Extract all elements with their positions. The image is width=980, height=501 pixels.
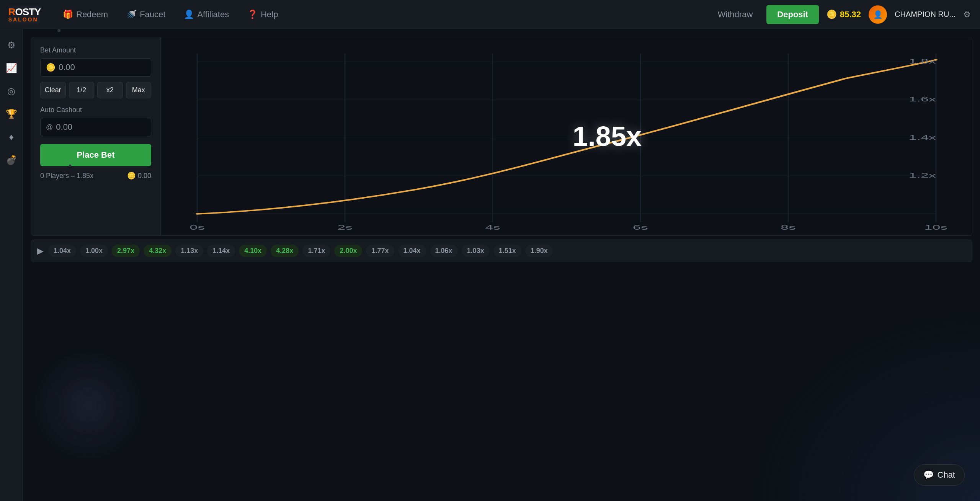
history-bar: ▶ 1.04x1.00x2.97x4.32x1.13x1.14x4.10x4.2…	[31, 240, 972, 262]
at-symbol: @	[46, 123, 53, 131]
multiplier-display: 1.85x	[573, 121, 642, 152]
history-item-15[interactable]: 1.90x	[525, 245, 553, 257]
players-amount-value: 0.00	[138, 172, 151, 180]
players-info: 0 Players – 1.85x 🪙 0.00	[40, 171, 151, 180]
sidebar-games-icon[interactable]: 💣	[3, 152, 20, 168]
svg-text:8s: 8s	[781, 224, 796, 231]
nav-affiliates[interactable]: 👤 Affiliates	[176, 6, 237, 23]
players-coin-icon: 🪙	[127, 171, 136, 180]
game-area: Bet Amount 🪙 Clear 1/2 x2 Max Auto Casho…	[31, 37, 972, 236]
svg-text:1.8x: 1.8x	[909, 57, 936, 65]
sidebar-leaderboard-icon[interactable]: 🏆	[3, 106, 20, 122]
balance-value: 85.32	[840, 10, 861, 20]
history-item-13[interactable]: 1.03x	[462, 245, 490, 257]
auto-cashout-input[interactable]	[56, 122, 145, 132]
svg-text:1.2x: 1.2x	[909, 171, 936, 179]
history-item-8[interactable]: 1.71x	[302, 245, 330, 257]
history-item-7[interactable]: 4.28x	[271, 245, 299, 257]
history-item-2[interactable]: 2.97x	[112, 245, 140, 257]
logo-top: ROSTY	[8, 7, 41, 17]
balance-display: 🪙 85.32	[826, 10, 861, 20]
logo-text: ROSTY SALOON	[8, 7, 41, 22]
faucet-icon: 🚿	[126, 10, 137, 20]
help-icon: ❓	[247, 10, 258, 20]
sidebar-trending-icon[interactable]: 📈	[3, 60, 20, 77]
svg-text:10s: 10s	[924, 224, 948, 231]
svg-text:6s: 6s	[633, 224, 648, 231]
svg-text:1.4x: 1.4x	[909, 134, 936, 141]
sidebar-vip-icon[interactable]: ♦	[3, 129, 20, 145]
history-arrow-icon[interactable]: ▶	[37, 246, 44, 256]
history-item-10[interactable]: 1.77x	[366, 245, 394, 257]
nav-redeem-label: Redeem	[76, 10, 108, 20]
auto-cashout-label: Auto Cashout	[40, 106, 151, 114]
bet-amount-label: Bet Amount	[40, 46, 151, 54]
chart-container: 1.8x 1.6x 1.4x 1.2x 0s 2s 4s 6s 8s 10s 1…	[161, 37, 972, 236]
history-item-4[interactable]: 1.13x	[175, 245, 203, 257]
auto-cashout-wrapper: @	[40, 118, 151, 136]
main-content: Bet Amount 🪙 Clear 1/2 x2 Max Auto Casho…	[23, 29, 980, 270]
deposit-button[interactable]: Deposit	[766, 5, 819, 24]
settings-icon[interactable]: ⚙	[963, 10, 971, 20]
header: ROSTY SALOON 🎁 Redeem 🚿 Faucet 👤 Affilia…	[0, 0, 980, 29]
bet-input-wrapper: 🪙	[40, 58, 151, 77]
nav-faucet[interactable]: 🚿 Faucet	[119, 6, 173, 23]
bet-panel: Bet Amount 🪙 Clear 1/2 x2 Max Auto Casho…	[31, 37, 161, 236]
svg-text:0s: 0s	[189, 224, 205, 231]
svg-text:4s: 4s	[485, 224, 500, 231]
history-item-0[interactable]: 1.04x	[48, 245, 76, 257]
history-item-3[interactable]: 4.32x	[144, 245, 172, 257]
svg-text:1.6x: 1.6x	[909, 95, 936, 103]
chat-label: Chat	[938, 470, 955, 480]
bg-decoration-1	[31, 348, 145, 463]
history-item-12[interactable]: 1.06x	[430, 245, 458, 257]
bet-coin-icon: 🪙	[46, 63, 56, 72]
nav-faucet-label: Faucet	[140, 10, 165, 20]
nav-help-label: Help	[261, 10, 278, 20]
history-item-6[interactable]: 4.10x	[239, 245, 267, 257]
logo-saloon: SALOON	[8, 17, 41, 22]
double-button[interactable]: x2	[97, 82, 123, 98]
logo-r: R	[8, 6, 15, 18]
nav-affiliates-label: Affiliates	[197, 10, 229, 20]
chat-button[interactable]: 💬 Chat	[914, 464, 965, 486]
coin-icon: 🪙	[826, 10, 837, 20]
logo-osty: OSTY	[15, 6, 41, 18]
chart-svg: 1.8x 1.6x 1.4x 1.2x 0s 2s 4s 6s 8s 10s	[161, 37, 972, 235]
history-item-9[interactable]: 2.00x	[334, 245, 362, 257]
place-bet-button[interactable]: Place Bet	[40, 144, 151, 166]
history-items: 1.04x1.00x2.97x4.32x1.13x1.14x4.10x4.28x…	[48, 245, 966, 257]
bet-amount-input[interactable]	[59, 62, 145, 72]
players-amount: 🪙 0.00	[127, 171, 151, 180]
sidebar-social-icon[interactable]: ◎	[3, 83, 20, 100]
withdraw-button[interactable]: Withdraw	[712, 6, 759, 23]
history-item-11[interactable]: 1.04x	[398, 245, 426, 257]
header-right: Withdraw Deposit 🪙 85.32 👤 CHAMPION RU..…	[712, 5, 971, 24]
nav-help[interactable]: ❓ Help	[240, 6, 286, 23]
chat-icon: 💬	[923, 470, 934, 480]
username-label[interactable]: CHAMPION RU...	[895, 10, 956, 19]
history-item-14[interactable]: 1.51x	[493, 245, 521, 257]
history-item-1[interactable]: 1.00x	[80, 245, 108, 257]
half-button[interactable]: 1/2	[69, 82, 95, 98]
redeem-icon: 🎁	[63, 10, 73, 20]
svg-text:2s: 2s	[337, 224, 353, 231]
nav-redeem[interactable]: 🎁 Redeem	[55, 6, 116, 23]
clear-button[interactable]: Clear	[40, 82, 66, 98]
sidebar: ⚙ 📈 ◎ 🏆 ♦ 💣	[0, 29, 23, 501]
history-item-5[interactable]: 1.14x	[207, 245, 235, 257]
max-button[interactable]: Max	[126, 82, 152, 98]
affiliates-icon: 👤	[184, 10, 194, 20]
logo-box: ROSTY SALOON	[9, 5, 40, 24]
avatar[interactable]: 👤	[869, 5, 887, 24]
bet-quick-buttons: Clear 1/2 x2 Max	[40, 82, 151, 98]
players-text: 0 Players – 1.85x	[40, 172, 93, 180]
logo[interactable]: ROSTY SALOON	[9, 5, 40, 24]
main-nav: 🎁 Redeem 🚿 Faucet 👤 Affiliates ❓ Help	[55, 6, 712, 23]
sidebar-settings-icon[interactable]: ⚙	[3, 37, 20, 54]
